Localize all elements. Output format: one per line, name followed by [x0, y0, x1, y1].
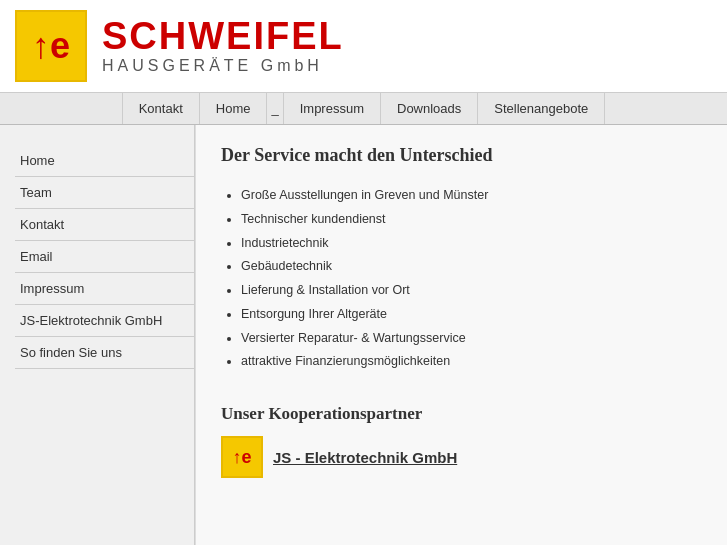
kooperation-title: Unser Kooperationspartner	[221, 404, 702, 424]
sidebar-item-email[interactable]: Email	[15, 241, 194, 273]
service-list: Große Ausstellungen in Greven und Münste…	[241, 184, 702, 374]
list-item: Entsorgung Ihrer Altgeräte	[241, 303, 702, 327]
logo-icon: ↑e	[32, 25, 70, 67]
sidebar-item-team[interactable]: Team	[15, 177, 194, 209]
nav-downloads[interactable]: Downloads	[381, 93, 478, 124]
sidebar-item-home[interactable]: Home	[15, 145, 194, 177]
brand-name: SCHWEIFEL	[102, 17, 344, 55]
nav-kontakt[interactable]: Kontakt	[122, 93, 200, 124]
main-title: Der Service macht den Unterschied	[221, 145, 702, 166]
list-item: Versierter Reparatur- & Wartungsservice	[241, 327, 702, 351]
nav-home[interactable]: Home	[200, 93, 268, 124]
list-item: Technischer kundendienst	[241, 208, 702, 232]
main-container: Home Team Kontakt Email Impressum JS-Ele…	[0, 125, 727, 545]
list-item: Industrietechnik	[241, 232, 702, 256]
list-item: Lieferung & Installation vor Ort	[241, 279, 702, 303]
header: ↑e SCHWEIFEL HAUSGERÄTE GmbH	[0, 0, 727, 93]
logo-box: ↑e	[15, 10, 87, 82]
partner-row: ↑e JS - Elektrotechnik GmbH	[221, 436, 702, 478]
content-area: Der Service macht den Unterschied Große …	[195, 125, 727, 545]
sidebar-item-kontakt[interactable]: Kontakt	[15, 209, 194, 241]
sidebar-item-impressum[interactable]: Impressum	[15, 273, 194, 305]
partner-logo: ↑e	[221, 436, 263, 478]
logo-text: SCHWEIFEL HAUSGERÄTE GmbH	[102, 17, 344, 75]
partner-logo-icon: ↑e	[232, 447, 251, 468]
nav-separator: _	[267, 93, 283, 124]
list-item: Große Ausstellungen in Greven und Münste…	[241, 184, 702, 208]
list-item: Gebäudetechnik	[241, 255, 702, 279]
sidebar: Home Team Kontakt Email Impressum JS-Ele…	[0, 125, 195, 545]
nav-stellenangebote[interactable]: Stellenangebote	[478, 93, 605, 124]
list-item: attraktive Finanzierungsmöglichkeiten	[241, 350, 702, 374]
sidebar-item-so-finden[interactable]: So finden Sie uns	[15, 337, 194, 369]
brand-subtitle: HAUSGERÄTE GmbH	[102, 57, 344, 75]
nav-bar: Kontakt Home _ Impressum Downloads Stell…	[0, 93, 727, 125]
sidebar-item-js-elektrotechnik[interactable]: JS-Elektrotechnik GmbH	[15, 305, 194, 337]
nav-impressum[interactable]: Impressum	[284, 93, 381, 124]
partner-name: JS - Elektrotechnik GmbH	[273, 449, 457, 466]
